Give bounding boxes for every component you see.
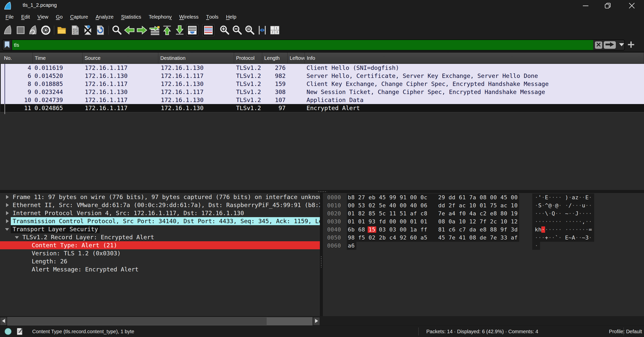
- zoom-out-button[interactable]: [231, 24, 243, 36]
- detail-row[interactable]: Transmission Control Protocol, Src Port:…: [0, 217, 320, 225]
- menu-go[interactable]: Go: [52, 11, 66, 23]
- menu-tools[interactable]: Tools: [202, 11, 222, 23]
- packet-row-10[interactable]: 100.024739172.16.1.117172.16.1.130TLSv1.…: [0, 96, 644, 104]
- packet-row-6[interactable]: 60.014520172.16.1.130172.16.1.117TLSv1.2…: [0, 72, 644, 80]
- status-profile[interactable]: Profile: Default: [609, 326, 642, 337]
- hex-row-0010[interactable]: 001000 53 02 5e 40 00 40 06dd 2f ac 10 0…: [323, 202, 644, 210]
- go-last-icon: [174, 25, 185, 36]
- horizontal-splitter[interactable]: [0, 190, 644, 193]
- cell-source: 172.16.1.130: [83, 88, 158, 96]
- hex-offset: 0050: [327, 234, 341, 242]
- capture-comments-button[interactable]: 0101 0110: [16, 328, 24, 336]
- file-save-button[interactable]: 010101100111: [69, 24, 81, 36]
- status-field-info: Content Type (tls.record.content_type), …: [32, 326, 134, 337]
- menu-help[interactable]: Help: [222, 11, 240, 23]
- menu-view[interactable]: View: [34, 11, 52, 23]
- hex-row-0060[interactable]: 0060a6·: [323, 242, 644, 250]
- tree-collapsed-icon[interactable]: [3, 201, 11, 209]
- auto-scroll-icon: [187, 25, 198, 36]
- detail-row[interactable]: TLSv1.2 Record Layer: Encrypted Alert: [0, 233, 320, 241]
- column-header-no[interactable]: No.: [0, 53, 33, 64]
- hex-row-0030[interactable]: 003001 01 93 fd 00 00 01 0108 0a 10 12 7…: [323, 218, 644, 226]
- filter-bookmark-button[interactable]: [3, 40, 12, 50]
- column-header-protocol[interactable]: Protocol: [234, 53, 262, 64]
- expert-info-button[interactable]: [5, 328, 12, 336]
- column-header-time[interactable]: Time: [33, 53, 83, 64]
- related-packets-line: [5, 64, 5, 104]
- hex-row-0000[interactable]: 0000b8 27 eb 45 99 91 00 0c29 dd 61 7a 0…: [323, 194, 644, 202]
- menu-capture[interactable]: Capture: [66, 11, 92, 23]
- cell-destination: 172.16.1.117: [158, 72, 234, 80]
- minimize-button[interactable]: [577, 0, 594, 11]
- find-packet-button[interactable]: [111, 24, 123, 36]
- scrollbar-right-button[interactable]: [313, 317, 320, 325]
- menu-telephony[interactable]: Telephony: [145, 11, 175, 23]
- capture-restart-button[interactable]: [27, 24, 39, 36]
- resize-columns-button[interactable]: [256, 24, 268, 36]
- column-header-info[interactable]: Info: [305, 53, 644, 64]
- zoom-normal-button[interactable]: [244, 24, 256, 36]
- hex-row-0040[interactable]: 00406b 68 15 03 03 00 1a ff81 c6 c7 da e…: [323, 226, 644, 234]
- file-reload-button[interactable]: 101: [94, 24, 106, 36]
- fit-columns-button[interactable]: 123: [269, 24, 281, 36]
- go-last-button[interactable]: [174, 24, 186, 36]
- detail-row[interactable]: Ethernet II, Src: VMware_dd:61:7a (00:0c…: [0, 201, 320, 209]
- maximize-button[interactable]: [599, 0, 616, 11]
- menu-file[interactable]: File: [2, 11, 17, 23]
- capture-stop-button[interactable]: [15, 24, 27, 36]
- packet-row-8[interactable]: 80.018885172.16.1.117172.16.1.130TLSv1.2…: [0, 80, 644, 88]
- cell-destination: 172.16.1.117: [158, 88, 234, 96]
- scrollbar-left-button[interactable]: [0, 317, 7, 325]
- cell-leftover: [288, 104, 305, 112]
- close-button[interactable]: [623, 0, 640, 11]
- hex-bytes-group2: dd 2f ac 10 01 75 ac 10: [438, 202, 518, 209]
- hex-row-0050[interactable]: 005098 f5 02 2b c4 92 60 a545 7e 41 08 d…: [323, 234, 644, 242]
- column-header-source[interactable]: Source: [83, 53, 158, 64]
- tree-collapsed-icon[interactable]: [3, 193, 11, 201]
- packet-row-4[interactable]: 40.011619172.16.1.117172.16.1.130TLSv1.2…: [0, 64, 644, 72]
- go-first-button[interactable]: [161, 24, 173, 36]
- go-forward-button[interactable]: [136, 24, 148, 36]
- detail-row[interactable]: Content Type: Alert (21): [0, 241, 320, 249]
- file-close-button[interactable]: [82, 24, 94, 36]
- display-filter-input[interactable]: tls: [12, 40, 593, 50]
- column-header-leftover[interactable]: Leftover: [288, 53, 305, 64]
- colorize-button[interactable]: [202, 24, 214, 36]
- tree-collapsed-icon[interactable]: [3, 217, 11, 225]
- column-header-destination[interactable]: Destination: [158, 53, 234, 64]
- go-to-packet-button[interactable]: [148, 24, 161, 36]
- filter-add-button[interactable]: [627, 41, 635, 49]
- filter-apply-button[interactable]: [604, 41, 616, 49]
- cell-length: 276: [262, 64, 288, 72]
- auto-scroll-button[interactable]: [186, 24, 198, 36]
- packet-row-11[interactable]: 110.024865172.16.1.117172.16.1.130TLSv1.…: [0, 104, 644, 112]
- hex-bytes-group2: 45 7e 41 08 de 7e 33 af: [438, 234, 518, 241]
- detail-row[interactable]: Length: 26: [0, 257, 320, 265]
- scrollbar-groove[interactable]: [7, 317, 267, 325]
- tree-expanded-icon[interactable]: [3, 225, 11, 233]
- filter-dropdown-chevron[interactable]: [619, 43, 624, 47]
- detail-row[interactable]: Alert Message: Encrypted Alert: [0, 265, 320, 273]
- column-header-length[interactable]: Length: [262, 53, 288, 64]
- details-horizontal-scrollbar[interactable]: [0, 317, 320, 325]
- menu-wireless[interactable]: Wireless: [175, 11, 202, 23]
- vertical-splitter[interactable]: [320, 193, 323, 316]
- menu-statistics[interactable]: Statistics: [117, 11, 145, 23]
- tree-expanded-icon[interactable]: [13, 233, 21, 241]
- file-open-button[interactable]: [56, 24, 68, 36]
- filter-clear-button[interactable]: [595, 41, 602, 49]
- tree-collapsed-icon[interactable]: [3, 209, 11, 217]
- detail-row[interactable]: Version: TLS 1.2 (0x0303): [0, 249, 320, 257]
- capture-start-button[interactable]: [2, 24, 14, 36]
- go-back-button[interactable]: [123, 24, 135, 36]
- detail-row[interactable]: Internet Protocol Version 4, Src: 172.16…: [0, 209, 320, 217]
- scrollbar-handle[interactable]: [267, 317, 313, 325]
- detail-row[interactable]: Frame 11: 97 bytes on wire (776 bits), 9…: [0, 193, 320, 201]
- menu-analyze[interactable]: Analyze: [92, 11, 117, 23]
- detail-row[interactable]: Transport Layer Security: [0, 225, 320, 233]
- hex-row-0020[interactable]: 002001 82 85 5c 11 51 af c87e a4 f0 4a c…: [323, 210, 644, 218]
- packet-row-9[interactable]: 90.023244172.16.1.130172.16.1.117TLSv1.2…: [0, 88, 644, 96]
- capture-options-button[interactable]: [40, 24, 52, 36]
- zoom-in-button[interactable]: [218, 24, 231, 36]
- menu-edit[interactable]: Edit: [17, 11, 33, 23]
